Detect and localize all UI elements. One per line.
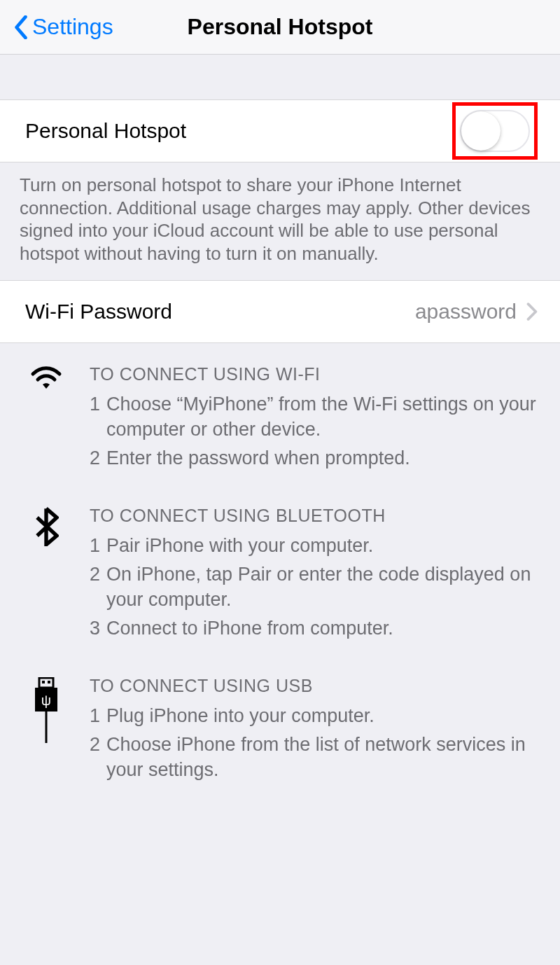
wifi-password-value: apassword xyxy=(415,300,517,324)
list-item: 2 Enter the password when prompted. xyxy=(90,445,540,471)
back-label: Settings xyxy=(32,14,113,40)
page-title: Personal Hotspot xyxy=(188,14,373,40)
bluetooth-instructions: TO CONNECT USING BLUETOOTH 1 Pair iPhone… xyxy=(28,506,540,644)
hotspot-toggle-row: Personal Hotspot xyxy=(0,99,560,162)
list-item: 1 Choose “MyiPhone” from the Wi-Fi setti… xyxy=(90,391,540,443)
usb-step-1: Plug iPhone into your computer. xyxy=(106,703,540,728)
hotspot-toggle[interactable] xyxy=(460,110,530,152)
list-item: 1 Pair iPhone with your computer. xyxy=(90,533,540,558)
nav-bar: Settings Personal Hotspot xyxy=(0,0,560,55)
hotspot-description: Turn on personal hotspot to share your i… xyxy=(0,162,560,280)
highlight-box xyxy=(452,102,538,160)
section-spacer xyxy=(0,55,560,99)
svg-rect-2 xyxy=(48,681,50,683)
bluetooth-step-3: Connect to iPhone from computer. xyxy=(106,616,540,641)
svg-rect-1 xyxy=(42,681,45,683)
usb-step-2: Choose iPhone from the list of network s… xyxy=(106,732,540,783)
chevron-left-icon xyxy=(14,15,28,39)
wifi-step-2: Enter the password when prompted. xyxy=(106,445,540,471)
svg-rect-0 xyxy=(39,678,53,688)
bluetooth-step-2: On iPhone, tap Pair or enter the code di… xyxy=(106,562,540,613)
list-item: 3 Connect to iPhone from computer. xyxy=(90,616,540,641)
wifi-step-1: Choose “MyiPhone” from the Wi-Fi setting… xyxy=(106,391,540,443)
usb-icon: ψ xyxy=(28,677,64,785)
list-item: 1 Plug iPhone into your computer. xyxy=(90,703,540,728)
wifi-password-row[interactable]: Wi-Fi Password apassword xyxy=(0,280,560,343)
chevron-right-icon xyxy=(526,303,538,321)
svg-text:ψ: ψ xyxy=(41,693,51,708)
instructions-section: TO CONNECT USING WI-FI 1 Choose “MyiPhon… xyxy=(0,343,560,785)
wifi-password-label: Wi-Fi Password xyxy=(25,300,415,324)
bluetooth-icon xyxy=(28,507,64,644)
list-item: 2 On iPhone, tap Pair or enter the code … xyxy=(90,562,540,613)
usb-instructions: ψ TO CONNECT USING USB 1 Plug iPhone int… xyxy=(28,676,540,785)
hotspot-label: Personal Hotspot xyxy=(25,119,452,143)
wifi-heading: TO CONNECT USING WI-FI xyxy=(90,364,540,384)
back-button[interactable]: Settings xyxy=(14,0,113,54)
usb-heading: TO CONNECT USING USB xyxy=(90,676,540,696)
bluetooth-step-1: Pair iPhone with your computer. xyxy=(106,533,540,558)
wifi-instructions: TO CONNECT USING WI-FI 1 Choose “MyiPhon… xyxy=(28,364,540,473)
bluetooth-heading: TO CONNECT USING BLUETOOTH xyxy=(90,506,540,526)
toggle-knob xyxy=(461,111,500,151)
wifi-icon xyxy=(28,366,64,473)
list-item: 2 Choose iPhone from the list of network… xyxy=(90,732,540,783)
